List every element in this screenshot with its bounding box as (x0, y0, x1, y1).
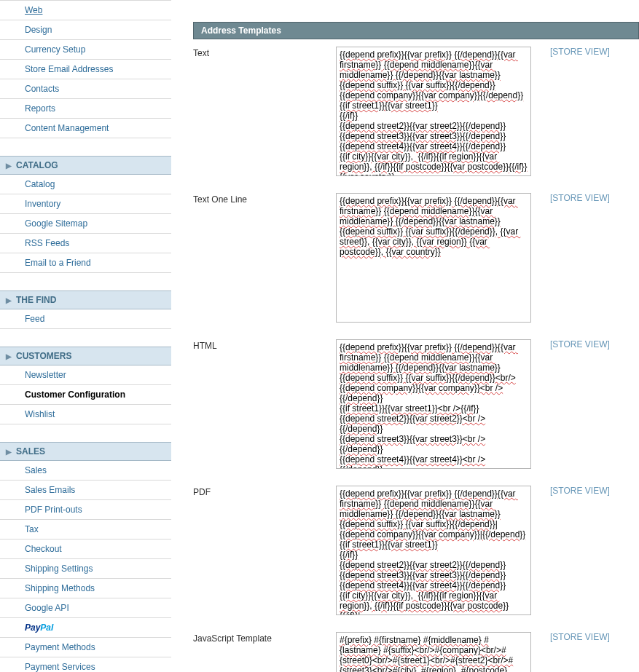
sidebar-item-reports[interactable]: Reports (0, 99, 171, 119)
scope-label: [STORE VIEW] (538, 486, 639, 617)
textarea-js-template[interactable] (336, 632, 531, 672)
field-label: HTML (193, 339, 336, 471)
sidebar-item-shipping-methods[interactable]: Shipping Methods (0, 579, 171, 598)
textarea-pdf-template[interactable] (336, 486, 531, 615)
textarea-html-template[interactable] (336, 339, 531, 469)
main-content: Address Templates Text [STORE VIEW] Text… (171, 0, 639, 672)
textarea-text-one-line-template[interactable] (336, 193, 531, 323)
sidebar-item-payment-methods[interactable]: Payment Methods (0, 638, 171, 657)
field-label: PDF (193, 486, 336, 617)
textarea-text-template[interactable] (336, 47, 531, 176)
sidebar-heading-label: CUSTOMERS (16, 351, 71, 361)
sidebar-item-feed[interactable]: Feed (0, 309, 171, 329)
sidebar-item-contacts[interactable]: Contacts (0, 79, 171, 99)
sidebar-item-content-management[interactable]: Content Management (0, 119, 171, 138)
sidebar-heading-label: THE FIND (16, 295, 56, 305)
sidebar-heading-catalog[interactable]: ▶ CATALOG (0, 156, 171, 175)
sidebar-item-catalog[interactable]: Catalog (0, 175, 171, 194)
sidebar-item-sales[interactable]: Sales (0, 461, 171, 481)
field-row-html: HTML [STORE VIEW] (193, 332, 639, 478)
sidebar-item-tax[interactable]: Tax (0, 520, 171, 539)
sidebar-item-newsletter[interactable]: Newsletter (0, 365, 171, 385)
field-row-pdf: PDF [STORE VIEW] (193, 478, 639, 625)
sidebar-heading-label: SALES (16, 446, 45, 456)
scope-label: [STORE VIEW] (538, 339, 639, 471)
field-label: Text One Line (193, 193, 336, 325)
sidebar-item-email-to-friend[interactable]: Email to a Friend (0, 253, 171, 273)
chevron-right-icon: ▶ (6, 352, 12, 360)
chevron-right-icon: ▶ (6, 296, 12, 304)
section-header-address-templates[interactable]: Address Templates (193, 22, 639, 39)
sidebar-heading-thefind[interactable]: ▶ THE FIND (0, 290, 171, 309)
sidebar-item-design[interactable]: Design (0, 20, 171, 40)
sidebar: Web Design Currency Setup Store Email Ad… (0, 0, 171, 672)
field-row-text-one-line: Text One Line [STORE VIEW] (193, 186, 639, 332)
chevron-right-icon: ▶ (6, 162, 12, 170)
sidebar-heading-sales[interactable]: ▶ SALES (0, 442, 171, 461)
sidebar-heading-label: CATALOG (16, 160, 58, 170)
sidebar-item-google-sitemap[interactable]: Google Sitemap (0, 214, 171, 234)
sidebar-item-google-api[interactable]: Google API (0, 598, 171, 618)
scope-label: [STORE VIEW] (538, 193, 639, 325)
field-row-text: Text [STORE VIEW] (193, 39, 639, 186)
sidebar-item-rss-feeds[interactable]: RSS Feeds (0, 234, 171, 253)
sidebar-item-sales-emails[interactable]: Sales Emails (0, 481, 171, 500)
sidebar-item-payment-services[interactable]: Payment Services (0, 657, 171, 672)
field-label: Text (193, 47, 336, 178)
scope-label: [STORE VIEW] (538, 47, 639, 178)
sidebar-item-pdf-printouts[interactable]: PDF Print-outs (0, 500, 171, 520)
scope-label: [STORE VIEW] (538, 632, 639, 672)
field-label: JavaScript Template (193, 632, 336, 672)
sidebar-item-wishlist[interactable]: Wishlist (0, 405, 171, 424)
sidebar-item-paypal[interactable]: PayPal (0, 618, 171, 638)
sidebar-heading-customers[interactable]: ▶ CUSTOMERS (0, 347, 171, 365)
sidebar-item-inventory[interactable]: Inventory (0, 194, 171, 214)
field-row-js-template: JavaScript Template [STORE VIEW] (193, 625, 639, 672)
sidebar-item-checkout[interactable]: Checkout (0, 539, 171, 559)
sidebar-item-currency-setup[interactable]: Currency Setup (0, 40, 171, 60)
sidebar-item-store-email[interactable]: Store Email Addresses (0, 60, 171, 79)
chevron-right-icon: ▶ (6, 448, 12, 456)
sidebar-item-web[interactable]: Web (0, 0, 171, 20)
sidebar-item-customer-configuration[interactable]: Customer Configuration (0, 385, 171, 405)
sidebar-item-shipping-settings[interactable]: Shipping Settings (0, 559, 171, 579)
